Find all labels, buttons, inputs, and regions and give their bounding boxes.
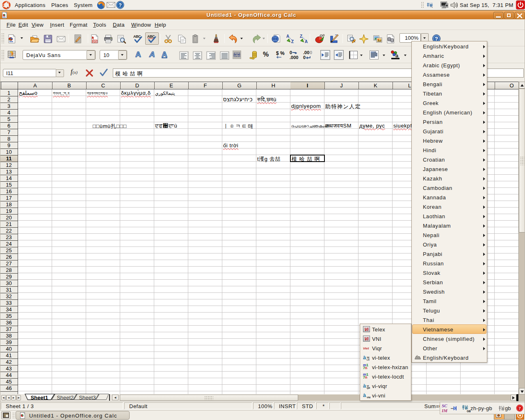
svg-text:A: A [305,39,308,44]
svg-text:a: a [395,52,399,59]
svg-text:0: 0 [303,55,306,60]
svg-text:0: 0 [290,50,292,55]
svg-text:.00: .00 [303,50,309,55]
svg-text:.000: .000 [290,55,298,60]
svg-text:PDF: PDF [93,40,98,43]
svg-text:A: A [286,34,289,39]
svg-text:Z: Z [291,39,294,44]
svg-text:0: 0 [310,50,312,55]
svg-text:Z: Z [300,34,302,39]
svg-text:?: ? [518,406,521,411]
svg-text:?: ? [119,2,121,8]
svg-text:$ %: $ % [276,50,285,56]
